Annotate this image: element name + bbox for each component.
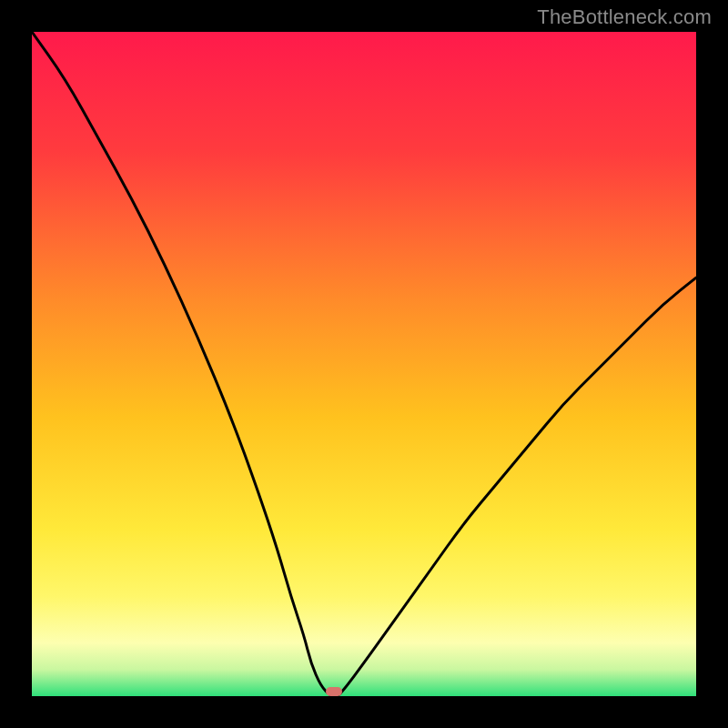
- curve-layer: [32, 32, 696, 696]
- bottleneck-curve: [32, 32, 696, 696]
- plot-area: [32, 32, 696, 696]
- watermark-text: TheBottleneck.com: [537, 5, 712, 29]
- optimal-point-marker: [326, 687, 342, 696]
- chart-frame: TheBottleneck.com: [0, 0, 728, 728]
